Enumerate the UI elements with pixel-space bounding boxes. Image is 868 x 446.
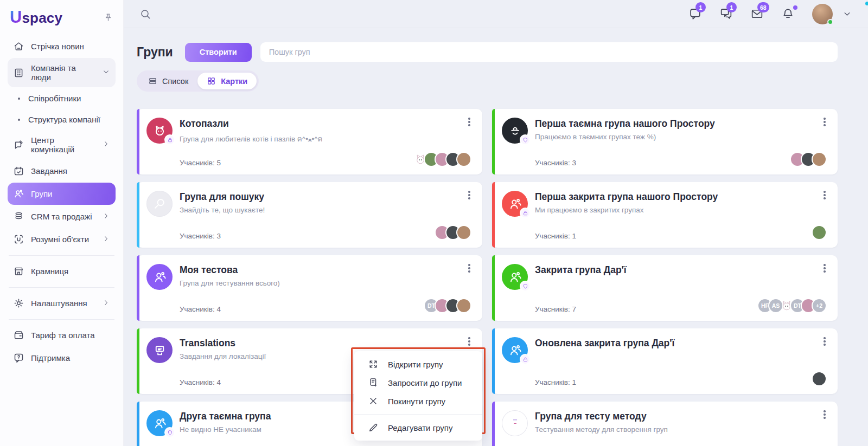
group-description: Тестування методу для створення груп (535, 425, 668, 434)
group-card[interactable]: Група для тесту методу Тестування методу… (492, 402, 838, 446)
logo-dot (865, 2, 868, 5)
group-card[interactable]: Перша закрита група нашого Простору Ми п… (492, 182, 838, 248)
groups-grid: Котопазли Група для любителів котів і па… (137, 109, 838, 446)
group-description: Група для любителів котів і пазлів ฅ^•ﻌ•… (180, 133, 323, 145)
card-accent-bar (137, 109, 139, 174)
menu-item-leave-group[interactable]: Покинути групу (354, 392, 482, 410)
sidebar-item-tasks[interactable]: Завдання (8, 160, 116, 182)
messenger-icon[interactable]: 1 (719, 7, 733, 21)
tab-cards-view[interactable]: Картки (197, 73, 257, 89)
group-card[interactable]: Моя тестова Група для тестування всього)… (137, 255, 482, 321)
member-avatar (812, 225, 827, 240)
card-accent-bar (137, 182, 139, 248)
group-description: Знайдіть те, що шукаєте! (180, 206, 265, 214)
kebab-menu-icon[interactable] (463, 116, 475, 128)
menu-item-open-group[interactable]: Відкрити групу (354, 355, 482, 373)
card-accent-bar (492, 255, 495, 321)
sidebar-item-communications[interactable]: Центр комунікацій (8, 130, 116, 159)
list-view-icon (148, 76, 157, 86)
member-avatar (456, 298, 471, 313)
sidebar-item-smart-objects[interactable]: Розумні об'єкти (8, 228, 116, 250)
chat-icon[interactable]: 1 (688, 7, 702, 21)
sidebar: U spacy Стрічка новин Компанія та люди С… (0, 0, 124, 446)
card-accent-bar (492, 109, 495, 174)
group-avatar (146, 337, 173, 363)
menu-item-label: Відкрити групу (388, 360, 443, 369)
logo-u-mark: U (10, 9, 22, 25)
group-avatar (146, 191, 173, 217)
mail-badge: 68 (757, 2, 769, 12)
member-avatars (439, 225, 471, 240)
sidebar-item-settings[interactable]: Налаштування (8, 292, 116, 314)
close-icon (368, 396, 379, 406)
group-card[interactable]: Група для пошуку Знайдіть те, що шукаєте… (137, 182, 482, 248)
group-title: Перша таємна група нашого Простору (535, 118, 715, 130)
member-avatar (456, 225, 471, 240)
group-description: Група для тестування всього) (180, 279, 280, 287)
member-avatar-more[interactable]: +2 (812, 298, 827, 313)
messenger-badge: 1 (726, 2, 737, 12)
card-accent-bar (137, 402, 139, 446)
kebab-menu-icon[interactable] (463, 262, 475, 274)
sidebar-item-label: Крамниця (31, 267, 68, 276)
mail-icon[interactable]: 68 (750, 7, 764, 21)
sidebar-item-store[interactable]: Крамниця (8, 260, 116, 282)
group-title: Група для тесту методу (535, 411, 668, 422)
group-card[interactable]: Закрита група Дар'ї Учасників: 7 HF AS D… (492, 255, 838, 321)
member-avatar (812, 152, 827, 167)
kebab-menu-icon[interactable] (819, 116, 831, 128)
edit-icon (368, 422, 379, 433)
members-count: Учасників: 1 (535, 378, 576, 386)
kebab-menu-icon[interactable] (463, 189, 475, 201)
uspacy-logo[interactable]: U spacy (10, 9, 62, 27)
tab-label: Список (162, 77, 188, 86)
bell-icon[interactable] (781, 7, 795, 21)
search-icon[interactable] (139, 8, 152, 21)
kebab-menu-icon[interactable] (819, 409, 831, 421)
group-title: Моя тестова (180, 264, 280, 276)
kebab-menu-icon[interactable] (819, 262, 831, 274)
shield-badge-icon (520, 134, 531, 145)
group-avatar (502, 264, 528, 290)
sidebar-item-billing[interactable]: Тариф та оплата (8, 324, 116, 346)
communication-icon (13, 139, 24, 151)
member-avatar (812, 371, 827, 386)
sidebar-item-support[interactable]: Підтримка (8, 347, 116, 369)
building-icon (13, 67, 24, 79)
members-count: Учасників: 5 (180, 159, 221, 167)
user-avatar[interactable] (812, 4, 833, 24)
tab-list-view[interactable]: Список (139, 73, 197, 89)
kebab-menu-icon[interactable] (819, 189, 831, 201)
content: Групи Створити Список Картки (124, 28, 868, 446)
chevron-right-icon (102, 212, 110, 222)
members-count: Учасників: 7 (535, 305, 576, 313)
sidebar-item-label: Тариф та оплата (31, 331, 95, 340)
profile-chevron-down-icon[interactable] (843, 9, 852, 18)
sidebar-item-company-structure[interactable]: Структура компанії (8, 109, 116, 130)
sidebar-item-company-people[interactable]: Компанія та люди (8, 58, 116, 87)
card-accent-bar (137, 328, 139, 394)
group-search-input[interactable] (260, 42, 838, 62)
group-card[interactable]: Оновлена закрита група Дар'ї Учасників: … (492, 328, 838, 394)
group-card[interactable]: Котопазли Група для любителів котів і па… (137, 109, 482, 174)
calendar-check-icon (13, 165, 24, 177)
group-description: Завдання для локалізації (180, 352, 266, 360)
smart-objects-icon (13, 234, 24, 245)
menu-item-invite-to-group[interactable]: Запросити до групи (354, 373, 482, 392)
sidebar-item-newsfeed[interactable]: Стрічка новин (8, 35, 116, 57)
card-accent-bar (492, 182, 495, 248)
sidebar-item-groups[interactable]: Групи (8, 183, 116, 205)
kebab-menu-icon[interactable] (463, 335, 475, 347)
menu-item-edit-group[interactable]: Редагувати групу (354, 418, 482, 437)
page-title: Групи (137, 45, 173, 60)
sidebar-item-employees[interactable]: Співробітники (8, 88, 116, 109)
members-count: Учасників: 4 (180, 305, 221, 313)
lock-badge-icon (520, 208, 531, 218)
sidebar-item-crm[interactable]: CRM та продажі (8, 205, 116, 228)
pin-sidebar-icon[interactable] (103, 12, 113, 23)
create-group-button[interactable]: Створити (185, 43, 252, 62)
kebab-menu-icon[interactable] (819, 335, 831, 347)
member-avatars (794, 152, 827, 167)
sidebar-divider (9, 287, 114, 288)
group-card[interactable]: Перша таємна група нашого Простору Працю… (492, 109, 838, 174)
